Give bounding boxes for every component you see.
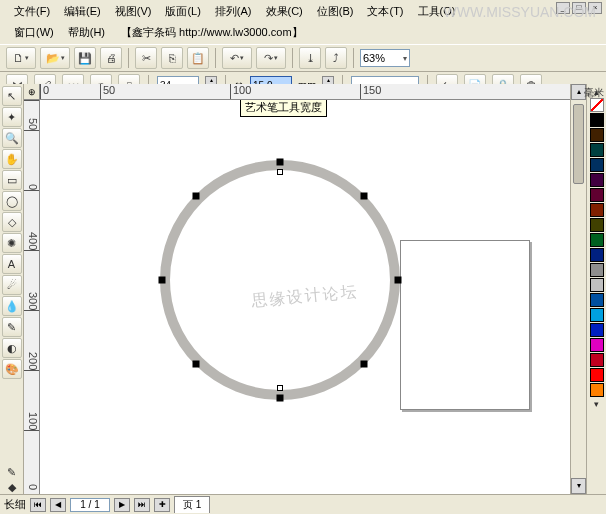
outline-swatch[interactable]: ✎: [2, 465, 22, 479]
color-swatch[interactable]: [590, 188, 604, 202]
undo-button[interactable]: ↶: [222, 47, 252, 69]
interactive-icon: ☄: [7, 279, 17, 292]
copy-button[interactable]: ⎘: [161, 47, 183, 69]
horizontal-ruler[interactable]: 0 50 100 150: [40, 84, 570, 100]
new-button[interactable]: 🗋: [6, 47, 36, 69]
menu-view[interactable]: 视图(V): [109, 2, 158, 21]
scroll-thumb[interactable]: [573, 104, 584, 184]
node-handle[interactable]: [159, 277, 166, 284]
menu-window[interactable]: 窗口(W): [8, 23, 60, 42]
pick-tool[interactable]: ↖: [2, 86, 22, 106]
node-handle[interactable]: [394, 277, 401, 284]
color-swatch[interactable]: [590, 338, 604, 352]
rectangle-tool[interactable]: ▭: [2, 170, 22, 190]
ellipse-tool[interactable]: ◯: [2, 191, 22, 211]
menu-arrange[interactable]: 排列(A): [209, 2, 258, 21]
workspace: ↖ ✦ 🔍 ✋ ▭ ◯ ◇ ✺ A ☄ 💧 ✎ ◐ 🎨 ✎ ◆ ⊕ 0 50 1…: [0, 84, 606, 494]
menu-tools[interactable]: 工具(O): [412, 2, 462, 21]
node-handle[interactable]: [277, 159, 284, 166]
color-swatch[interactable]: [590, 248, 604, 262]
node-handle[interactable]: [193, 361, 200, 368]
color-swatch[interactable]: [590, 383, 604, 397]
color-swatch[interactable]: [590, 173, 604, 187]
color-swatch[interactable]: [590, 158, 604, 172]
color-swatch[interactable]: [590, 323, 604, 337]
close-button[interactable]: ×: [588, 2, 602, 14]
vertical-ruler[interactable]: 50 0 400 300 200 100 0: [24, 100, 40, 494]
export-button[interactable]: ⤴: [325, 47, 347, 69]
color-palette: ▴ ▾: [586, 84, 606, 494]
status-bar: 长细 ⏮ ◀ 1 / 1 ▶ ⏭ ✚ 页 1: [0, 494, 606, 514]
color-swatch[interactable]: [590, 308, 604, 322]
vertical-scrollbar[interactable]: ▴ ▾: [570, 84, 586, 494]
menu-help[interactable]: 帮助(H): [62, 23, 111, 42]
page-boundary: [400, 240, 530, 410]
color-swatch[interactable]: [590, 113, 604, 127]
first-page-button[interactable]: ⏮: [30, 498, 46, 512]
menu-bitmap[interactable]: 位图(B): [311, 2, 360, 21]
menu-edit[interactable]: 编辑(E): [58, 2, 107, 21]
eyedrop-icon: 💧: [5, 300, 19, 313]
canvas[interactable]: 艺术笔工具宽度 思缘设计论坛: [40, 100, 570, 494]
minimize-button[interactable]: _: [556, 2, 570, 14]
node-handle[interactable]: [277, 394, 284, 401]
selection-handle[interactable]: [277, 385, 283, 391]
redo-button[interactable]: ↷: [256, 47, 286, 69]
freehand-tool[interactable]: ✋: [2, 149, 22, 169]
add-page-button[interactable]: ✚: [154, 498, 170, 512]
no-color-swatch[interactable]: [590, 98, 604, 112]
zoom-dropdown[interactable]: 63%: [360, 49, 410, 67]
last-page-button[interactable]: ⏭: [134, 498, 150, 512]
cut-button[interactable]: ✂: [135, 47, 157, 69]
color-swatch[interactable]: [590, 353, 604, 367]
interactive-fill-tool[interactable]: 🎨: [2, 359, 22, 379]
open-button[interactable]: 📂: [40, 47, 70, 69]
node-handle[interactable]: [361, 361, 368, 368]
xinyu-link[interactable]: 【鑫宇条码 http://www.lw3000.com】: [121, 25, 303, 40]
selection-handle[interactable]: [277, 169, 283, 175]
print-button[interactable]: 🖨: [100, 47, 122, 69]
separator: [292, 48, 293, 68]
color-swatch[interactable]: [590, 293, 604, 307]
text-tool[interactable]: A: [2, 254, 22, 274]
color-swatch[interactable]: [590, 263, 604, 277]
fill-tool[interactable]: ◐: [2, 338, 22, 358]
ruler-origin[interactable]: ⊕: [24, 84, 40, 100]
scroll-down-button[interactable]: ▾: [571, 478, 586, 494]
prev-page-button[interactable]: ◀: [50, 498, 66, 512]
color-swatch[interactable]: [590, 218, 604, 232]
color-swatch[interactable]: [590, 203, 604, 217]
fill-swatch[interactable]: ◆: [2, 480, 22, 494]
menu-text[interactable]: 文本(T): [361, 2, 409, 21]
rect-icon: ▭: [7, 174, 17, 187]
menu-effects[interactable]: 效果(C): [260, 2, 309, 21]
shape-tool[interactable]: ✦: [2, 107, 22, 127]
menu-file[interactable]: 文件(F): [8, 2, 56, 21]
toolbox: ↖ ✦ 🔍 ✋ ▭ ◯ ◇ ✺ A ☄ 💧 ✎ ◐ 🎨 ✎ ◆: [0, 84, 24, 494]
next-page-button[interactable]: ▶: [114, 498, 130, 512]
color-swatch[interactable]: [590, 233, 604, 247]
node-handle[interactable]: [361, 193, 368, 200]
color-swatch[interactable]: [590, 368, 604, 382]
color-swatch[interactable]: [590, 128, 604, 142]
eyedropper-tool[interactable]: 💧: [2, 296, 22, 316]
color-swatch[interactable]: [590, 278, 604, 292]
outline-tool[interactable]: ✎: [2, 317, 22, 337]
maximize-button[interactable]: □: [572, 2, 586, 14]
import-icon: ⤓: [306, 52, 315, 65]
polygon-tool[interactable]: ◇: [2, 212, 22, 232]
save-button[interactable]: 💾: [74, 47, 96, 69]
menu-layout[interactable]: 版面(L): [159, 2, 206, 21]
zoom-tool[interactable]: 🔍: [2, 128, 22, 148]
selected-ring-object[interactable]: [160, 160, 400, 400]
palette-down[interactable]: ▾: [594, 399, 599, 409]
color-swatch[interactable]: [590, 143, 604, 157]
interactive-tool[interactable]: ☄: [2, 275, 22, 295]
paste-button[interactable]: 📋: [187, 47, 209, 69]
spiral-tool[interactable]: ✺: [2, 233, 22, 253]
node-handle[interactable]: [193, 193, 200, 200]
import-button[interactable]: ⤓: [299, 47, 321, 69]
spiral-icon: ✺: [7, 237, 16, 250]
page-counter[interactable]: 1 / 1: [70, 498, 110, 512]
page-tab[interactable]: 页 1: [174, 496, 210, 513]
